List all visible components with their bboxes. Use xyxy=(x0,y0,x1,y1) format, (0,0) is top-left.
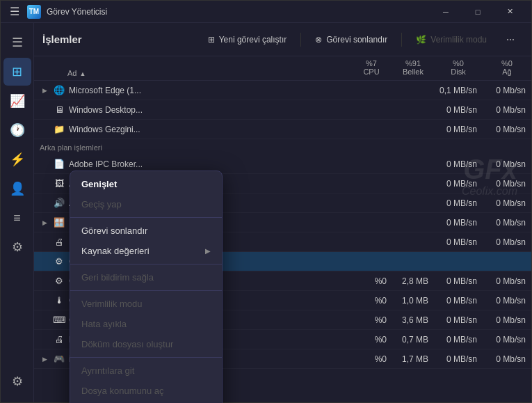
toolbar: İşlemler ⊞ Yeni görevi çalıştır ⊗ Görevi… xyxy=(34,23,531,56)
process-net: 0 Mb/sn xyxy=(483,86,531,95)
col-name-header[interactable]: Ad ▲ xyxy=(34,59,350,77)
menu-item-open-location[interactable]: Dosya konumunu aç xyxy=(70,381,222,401)
menu-item-goto-details[interactable]: Ayrıntılara git xyxy=(70,361,222,381)
disk-label: Disk xyxy=(451,68,465,76)
table-row[interactable]: 📁 Windows Gezgini... 0 MB/sn 0 Mb/sn xyxy=(34,120,531,139)
background-section-header: Arka plan işlemleri xyxy=(34,139,531,155)
menu-item-resource-values[interactable]: Kaynak değerleri ▶ xyxy=(70,241,222,261)
menu-item-efficiency[interactable]: Verimlilik modu xyxy=(70,294,222,314)
process-cpu: %0 xyxy=(350,276,392,286)
mem-pct: %91 xyxy=(405,59,421,68)
process-label: Windows Gezgini... xyxy=(69,125,140,134)
menu-item-debug[interactable]: Hata ayıkla xyxy=(70,314,222,334)
app-title: Görev Yöneticisi xyxy=(47,7,430,17)
sidebar-item-history[interactable]: 🕐 xyxy=(3,116,31,144)
process-net: 0 Mb/sn xyxy=(483,237,531,247)
titlebar-menu-icon[interactable]: ☰ xyxy=(6,3,23,20)
menu-item-feedback[interactable]: Geri bildirim sağla xyxy=(70,267,222,287)
menu-item-label: Dosya konumunu aç xyxy=(81,386,164,396)
net-label: Ağ xyxy=(502,68,511,76)
process-icon: 🖨 xyxy=(54,237,65,248)
menu-item-switch[interactable]: Geçiş yap xyxy=(70,194,222,214)
process-mem: 3,6 MB xyxy=(392,315,434,325)
sidebar: ☰ ⊞ 📈 🕐 ⚡ 👤 ≡ ⚙ ⚙ xyxy=(1,23,34,402)
process-disk: 0 MB/sn xyxy=(434,335,483,345)
page-title: İşlemler xyxy=(42,33,82,45)
col-net-header[interactable]: %0 Ağ xyxy=(483,59,531,77)
process-label: Adobe IPC Broker... xyxy=(69,159,143,169)
process-cpu: %0 xyxy=(350,354,392,364)
process-net: 0 Mb/sn xyxy=(483,296,531,306)
process-name-windesktop: 🖥 Windows Desktop... xyxy=(34,104,350,116)
process-disk: 0 MB/sn xyxy=(434,354,483,364)
menu-item-label: Görevi sonlandır xyxy=(81,226,147,236)
sidebar-item-performance[interactable]: 📈 xyxy=(3,87,31,115)
maximize-button[interactable]: □ xyxy=(462,1,494,23)
minimize-button[interactable]: ─ xyxy=(430,1,462,23)
process-icon: 🔊 xyxy=(54,198,65,209)
efficiency-mode-button[interactable]: 🌿 Verimlilik modu xyxy=(408,31,495,49)
more-icon: ⋯ xyxy=(506,35,515,45)
task-manager-window: ☰ TM Görev Yöneticisi ─ □ ✕ ☰ ⊞ 📈 🕐 ⚡ 👤 … xyxy=(0,0,532,403)
cpu-label: CPU xyxy=(363,68,379,76)
table-header: Ad ▲ %7 CPU %91 Bellek %0 Disk xyxy=(34,56,531,81)
process-icon: ⚙ xyxy=(54,256,65,267)
sidebar-item-users[interactable]: 👤 xyxy=(3,175,31,203)
menu-item-expand[interactable]: Genişlet xyxy=(70,174,222,194)
col-cpu-header[interactable]: %7 CPU xyxy=(350,59,392,77)
menu-separator xyxy=(70,357,222,358)
process-cpu: %0 xyxy=(350,296,392,306)
process-disk: 0 MB/sn xyxy=(434,315,483,325)
process-net: 0 Mb/sn xyxy=(483,335,531,345)
efficiency-icon: 🌿 xyxy=(416,35,426,45)
expand-placeholder xyxy=(40,105,49,115)
table-row[interactable]: 🖥 Windows Desktop... 0 MB/sn 0 Mb/sn xyxy=(34,100,531,120)
sidebar-item-services[interactable]: ⚙ xyxy=(3,233,31,261)
process-mem: 2,8 MB xyxy=(392,276,434,286)
menu-item-dump[interactable]: Döküm dosyası oluştur xyxy=(70,334,222,354)
process-net: 0 Mb/sn xyxy=(483,179,531,189)
more-options-button[interactable]: ⋯ xyxy=(498,31,523,49)
menu-item-label: Verimlilik modu xyxy=(81,299,142,309)
menu-item-end-task[interactable]: Görevi sonlandır xyxy=(70,221,222,241)
titlebar: ☰ TM Görev Yöneticisi ─ □ ✕ xyxy=(1,1,531,23)
end-task-label: Görevi sonlandır xyxy=(326,35,387,45)
expand-icon[interactable]: ▶ xyxy=(40,86,49,95)
process-label: Microsoft Edge (1... xyxy=(69,86,141,95)
process-net: 0 Mb/sn xyxy=(483,315,531,325)
process-label: Windows Desktop... xyxy=(69,105,143,115)
new-task-label: Yeni görevi çalıştır xyxy=(219,35,287,45)
process-icon: 🖨 xyxy=(54,334,65,345)
expand-icon[interactable]: ▶ xyxy=(40,218,49,228)
sidebar-item-startup[interactable]: ⚡ xyxy=(3,145,31,173)
menu-separator xyxy=(70,290,222,291)
table-row[interactable]: ▶ 🌐 Microsoft Edge (1... 0,1 MB/sn 0 Mb/… xyxy=(34,81,531,100)
menu-item-label: Ayrıntılara git xyxy=(81,365,134,376)
process-icon: ⌨ xyxy=(54,315,65,326)
net-pct: %0 xyxy=(501,59,513,68)
new-task-button[interactable]: ⊞ Yeni görevi çalıştır xyxy=(200,31,296,49)
efficiency-label: Verimlilik modu xyxy=(430,35,487,45)
toolbar-separator-1 xyxy=(300,33,301,47)
close-button[interactable]: ✕ xyxy=(494,1,526,23)
col-mem-header[interactable]: %91 Bellek xyxy=(392,59,434,77)
process-icon-edge: 🌐 xyxy=(54,85,65,96)
process-icon-windesktop: 🖥 xyxy=(54,104,65,116)
sidebar-item-processes[interactable]: ⊞ xyxy=(3,58,31,86)
end-task-icon: ⊗ xyxy=(315,35,322,45)
expand-icon[interactable]: ▶ xyxy=(40,354,49,364)
menu-item-label: Hata ayıkla xyxy=(81,319,127,329)
cpu-pct: %7 xyxy=(366,59,377,68)
process-cpu: %0 xyxy=(350,315,392,325)
end-task-button[interactable]: ⊗ Görevi sonlandır xyxy=(307,31,396,49)
context-menu: Genişlet Geçiş yap Görevi sonlandır Kayn… xyxy=(70,171,223,403)
sidebar-item-details[interactable]: ≡ xyxy=(3,204,31,232)
sidebar-item-hamburger[interactable]: ☰ xyxy=(3,29,31,56)
col-name-label: Ad xyxy=(67,69,76,77)
col-disk-header[interactable]: %0 Disk xyxy=(434,59,483,77)
window-controls: ─ □ ✕ xyxy=(430,1,526,23)
process-name-wingezgini: 📁 Windows Gezgini... xyxy=(34,124,350,135)
process-disk: 0,1 MB/sn xyxy=(434,86,483,95)
settings-icon[interactable]: ⚙ xyxy=(3,368,31,395)
process-disk: 0 MB/sn xyxy=(434,159,483,169)
